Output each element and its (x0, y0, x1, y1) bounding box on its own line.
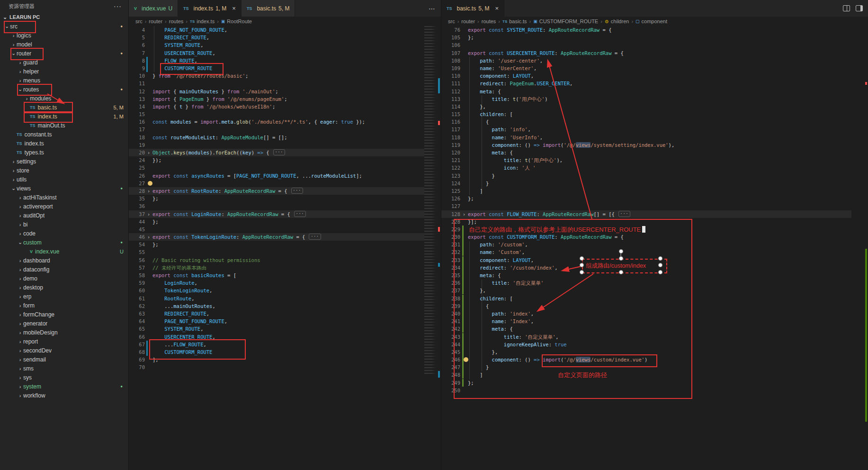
code-line-240[interactable]: 240 path: 'index', (441, 310, 851, 317)
tree-item-types.ts[interactable]: TStypes.ts (0, 148, 128, 157)
code-line-27[interactable]: 27 (129, 180, 424, 187)
code-line-231[interactable]: 231 path: '/custom', (441, 241, 851, 248)
code-line-4[interactable]: 4 PAGE_NOT_FOUND_ROUTE, (129, 26, 424, 34)
code-line-8[interactable]: 8 FLOW_ROUTE, (129, 57, 424, 64)
folded-code-ellipsis[interactable]: ··· (273, 149, 285, 155)
code-line-250[interactable]: 250 (441, 387, 851, 394)
code-line-54[interactable]: 54}; (129, 241, 424, 248)
code-line-65[interactable]: 65 SYSTEM_ROUTE, (129, 325, 424, 333)
tree-item-sys[interactable]: ›sys (0, 373, 128, 382)
tree-item-routes[interactable]: ⌄routes● (0, 85, 128, 94)
code-line-19[interactable]: 19 (129, 141, 424, 149)
code-line-122[interactable]: 122 icon: '人 ' (441, 164, 851, 172)
tree-item-utils[interactable]: ›utils (0, 175, 128, 184)
code-line-25[interactable]: 25 (129, 164, 424, 172)
tree-item-auditOpt[interactable]: ›auditOpt (0, 211, 128, 220)
tree-item-settings[interactable]: ›settings (0, 157, 128, 166)
code-line-76[interactable]: 76export const SYSTEM_ROUTE: AppRouteRec… (441, 26, 851, 34)
code-line-246[interactable]: 246 component: () => import('/@/views/cu… (441, 356, 851, 363)
code-line-17[interactable]: 17 (129, 126, 424, 133)
breadcrumb-index.ts[interactable]: TSindex.ts (190, 18, 215, 24)
code-line-107[interactable]: 107export const USERCENTER_ROUTE: AppRou… (441, 49, 851, 57)
code-line-14[interactable]: 14import { t } from '/@/hooks/web/useI18… (129, 103, 424, 110)
code-line-108[interactable]: 108 path: '/user-center', (441, 57, 851, 64)
folded-code-ellipsis[interactable]: ··· (309, 234, 321, 240)
tree-item-modules[interactable]: ›modules (0, 94, 128, 103)
code-line-120[interactable]: 120 meta: { (441, 149, 851, 156)
code-line-115[interactable]: 115 children: [ (441, 110, 851, 118)
breadcrumb-routes[interactable]: routes (169, 18, 184, 24)
tree-item-dataconfig[interactable]: ›dataconfig (0, 265, 128, 274)
code-line-66[interactable]: 66 USERCENTER_ROUTE, (129, 333, 424, 341)
code-line-69[interactable]: 69]; (129, 356, 424, 363)
code-line-15[interactable]: 15 (129, 110, 424, 118)
code-line-6[interactable]: 6 SYSTEM_ROUTE, (129, 41, 424, 49)
customize-layout-icon[interactable] (856, 5, 863, 11)
code-line-68[interactable]: 68 CUSTOMFORM_ROUTE (129, 348, 424, 356)
code-line-110[interactable]: 110 component: LAYOUT, (441, 72, 851, 80)
overview-ruler[interactable] (437, 26, 441, 386)
code-line-128[interactable]: 128›export const FLOW_ROUTE: AppRouteRec… (441, 210, 851, 218)
breadcrumb-router[interactable]: router (149, 18, 162, 24)
more-actions-icon[interactable]: ··· (114, 2, 122, 10)
code-line-123[interactable]: 123 } (441, 172, 851, 180)
code-line-230[interactable]: 230export const CUSTOMFORM_ROUTE: AppRou… (441, 233, 851, 241)
breadcrumb-routes[interactable]: routes (482, 18, 496, 24)
fold-collapsed-icon[interactable]: › (145, 211, 152, 218)
tab-index.vue[interactable]: Vindex.vueU (129, 0, 178, 17)
code-line-234[interactable]: 234 redirect: '/custom/index', (441, 264, 851, 271)
code-line-244[interactable]: 244 ignoreKeepAlive: true (441, 341, 851, 348)
tree-item-report[interactable]: ›report (0, 337, 128, 346)
tree-item-menus[interactable]: ›menus (0, 76, 128, 85)
tree-item-mainOut.ts[interactable]: TSmainOut.ts (0, 121, 128, 130)
code-line-37[interactable]: 37›export const LoginRoute: AppRouteReco… (129, 210, 424, 218)
code-line-126[interactable]: 126}; (441, 195, 851, 202)
code-line-67[interactable]: 67 ...FLOW_ROUTE, (129, 341, 424, 348)
breadcrumb-basic.ts[interactable]: TSbasic.ts (502, 18, 527, 24)
code-line-36[interactable]: 36 (129, 202, 424, 210)
tree-item-logics[interactable]: ›logics (0, 31, 128, 40)
more-actions-icon[interactable]: ⋯ (429, 5, 436, 12)
code-line-236[interactable]: 236 title: '自定义菜单' (441, 279, 851, 287)
code-line-63[interactable]: 63 REDIRECT_ROUTE, (129, 310, 424, 317)
code-line-70[interactable]: 70 (129, 363, 424, 371)
fold-collapsed-icon[interactable]: › (145, 188, 152, 195)
tree-item-activereport[interactable]: ›activereport (0, 202, 128, 211)
code-line-62[interactable]: 62 ...mainOutRoutes, (129, 302, 424, 310)
code-line-113[interactable]: 113 title: t('用户中心') (441, 95, 851, 103)
tree-item-form[interactable]: ›form (0, 301, 128, 310)
tree-item-guard[interactable]: ›guard (0, 58, 128, 67)
tree-item-generator[interactable]: ›generator (0, 319, 128, 328)
code-line-119[interactable]: 119 component: () => import('/@/views/sy… (441, 141, 851, 149)
tree-item-store[interactable]: ›store (0, 166, 128, 175)
code-line-116[interactable]: 116 { (441, 118, 851, 126)
code-line-127[interactable]: 127 (441, 202, 851, 210)
breadcrumb-component[interactable]: ▢component (635, 18, 667, 24)
code-line-45[interactable]: 45 (129, 226, 424, 233)
code-line-24[interactable]: 24}); (129, 156, 424, 164)
tab-basic.ts[interactable]: TSbasic.ts5, M× (441, 0, 504, 17)
code-line-20[interactable]: 20›Object.keys(modules).forEach((key) =>… (129, 149, 424, 156)
code-line-243[interactable]: 243 title: '自定义菜单', (441, 333, 851, 341)
code-line-232[interactable]: 232 name: 'Custom', (441, 248, 851, 256)
tree-item-index.ts[interactable]: TSindex.ts (0, 139, 128, 148)
tree-item-model[interactable]: ›model (0, 40, 128, 49)
tree-item-src[interactable]: ⌄src● (0, 22, 128, 31)
tree-item-router[interactable]: ⌄router● (0, 49, 128, 58)
tree-item-erp[interactable]: ›erp (0, 292, 128, 301)
code-line-228[interactable]: 228}]; (441, 218, 851, 226)
code-line-12[interactable]: 12import { mainOutRoutes } from './mainO… (129, 88, 424, 95)
tree-item-basic.ts[interactable]: TSbasic.ts5, M (0, 103, 128, 112)
code-line-117[interactable]: 117 path: 'info', (441, 126, 851, 133)
code-line-10[interactable]: 10} from '/@/router/routes/basic'; (129, 72, 424, 80)
breadcrumb-src[interactable]: src (448, 18, 455, 24)
code-line-7[interactable]: 7 USERCENTER_ROUTE, (129, 49, 424, 57)
code-line-44[interactable]: 44}; (129, 218, 424, 226)
code-line-233[interactable]: 233 component: LAYOUT, (441, 256, 851, 264)
code-line-9[interactable]: 9 CUSTOMFORM_ROUTE (129, 64, 424, 72)
tree-item-code[interactable]: ›code (0, 229, 128, 238)
code-line-112[interactable]: 112 meta: { (441, 88, 851, 95)
code-line-105[interactable]: 105}; (441, 34, 851, 41)
tree-item-views[interactable]: ⌄views● (0, 184, 128, 193)
breadcrumb-CUSTOMFORM_ROUTE[interactable]: ▣CUSTOMFORM_ROUTE (533, 18, 598, 24)
